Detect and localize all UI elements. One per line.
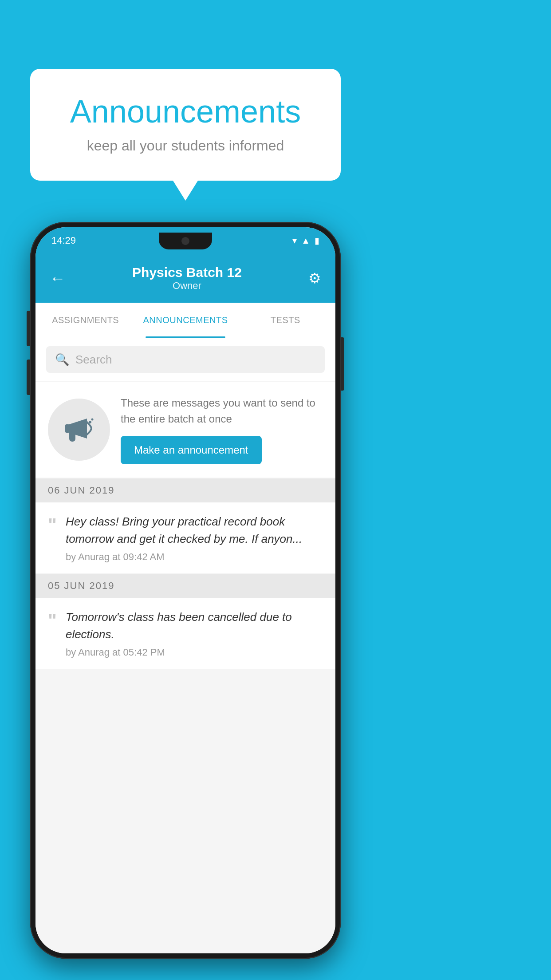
message-author-2: by Anurag at 05:42 PM: [66, 647, 323, 658]
phone-wrapper: 14:29 ▾ ▲ ▮ ← Physics Batch 12 Owner ⚙ A…: [30, 222, 341, 959]
svg-point-2: [91, 419, 93, 421]
message-content-1: Hey class! Bring your practical record b…: [66, 513, 323, 563]
tabs-bar: ASSIGNMENTS ANNOUNCEMENTS TESTS: [35, 303, 335, 338]
status-icons: ▾ ▲ ▮: [292, 235, 319, 246]
message-content-2: Tomorrow's class has been cancelled due …: [66, 609, 323, 658]
svg-rect-0: [65, 424, 70, 433]
phone-button-left2: [27, 360, 30, 395]
settings-icon[interactable]: ⚙: [308, 270, 321, 287]
tab-assignments[interactable]: ASSIGNMENTS: [35, 303, 135, 338]
wifi-icon: ▾: [292, 235, 297, 246]
bubble-subtitle: keep all your students informed: [57, 138, 314, 154]
batch-subtitle: Owner: [132, 280, 242, 292]
phone-button-left1: [27, 311, 30, 346]
signal-icon: ▲: [301, 236, 310, 246]
quote-icon-1: ": [48, 516, 57, 534]
batch-title: Physics Batch 12: [132, 265, 242, 280]
tab-tests[interactable]: TESTS: [236, 303, 335, 338]
phone-outer: 14:29 ▾ ▲ ▮ ← Physics Batch 12 Owner ⚙ A…: [30, 222, 341, 959]
announcement-description: These are messages you want to send to t…: [121, 395, 323, 427]
tab-announcements[interactable]: ANNOUNCEMENTS: [135, 303, 235, 338]
announcement-right: These are messages you want to send to t…: [121, 395, 323, 464]
message-text-1: Hey class! Bring your practical record b…: [66, 513, 323, 548]
announcement-icon-circle: [48, 399, 110, 461]
search-container: 🔍 Search: [35, 338, 335, 381]
search-icon: 🔍: [55, 353, 69, 367]
header-center: Physics Batch 12 Owner: [132, 265, 242, 292]
message-author-1: by Anurag at 09:42 AM: [66, 551, 323, 563]
battery-icon: ▮: [315, 235, 319, 246]
date-separator-2: 05 JUN 2019: [35, 574, 335, 598]
bubble-title: Announcements: [57, 93, 314, 130]
phone-notch: [159, 233, 212, 249]
message-text-2: Tomorrow's class has been cancelled due …: [66, 609, 323, 643]
make-announcement-button[interactable]: Make an announcement: [121, 436, 262, 464]
back-button[interactable]: ←: [50, 269, 66, 288]
message-item-2[interactable]: " Tomorrow's class has been cancelled du…: [35, 598, 335, 669]
content-area: 🔍 Search: [35, 338, 335, 953]
svg-point-1: [89, 421, 91, 423]
speech-bubble: Announcements keep all your students inf…: [30, 69, 341, 181]
message-item-1[interactable]: " Hey class! Bring your practical record…: [35, 502, 335, 574]
phone-camera: [181, 237, 189, 245]
app-header: ← Physics Batch 12 Owner ⚙: [35, 254, 335, 303]
date-separator-1: 06 JUN 2019: [35, 478, 335, 502]
speech-bubble-container: Announcements keep all your students inf…: [30, 69, 341, 181]
announcement-empty-card: These are messages you want to send to t…: [35, 382, 335, 478]
phone-screen: 14:29 ▾ ▲ ▮ ← Physics Batch 12 Owner ⚙ A…: [35, 227, 335, 953]
status-time: 14:29: [51, 235, 76, 246]
search-bar[interactable]: 🔍 Search: [46, 346, 325, 373]
search-placeholder: Search: [75, 353, 112, 367]
quote-icon-2: ": [48, 611, 57, 630]
megaphone-svg: [63, 414, 96, 445]
phone-button-right: [341, 337, 344, 391]
